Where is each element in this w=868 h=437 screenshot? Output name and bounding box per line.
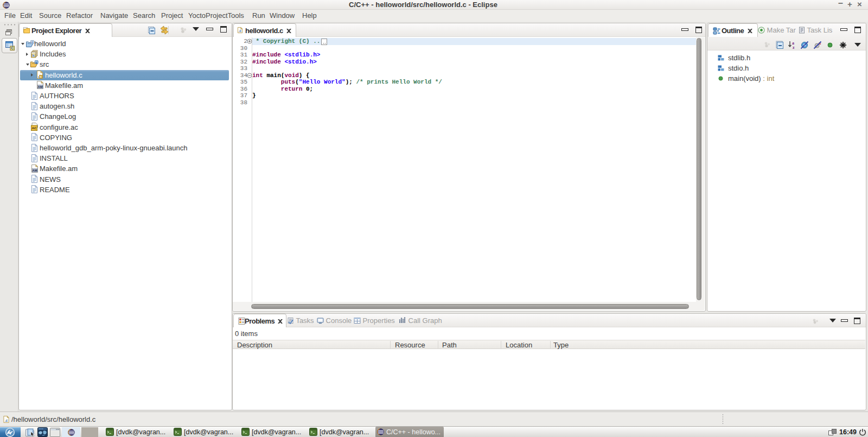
svg-text:AM: AM: [37, 85, 42, 88]
svg-text:.c: .c: [239, 29, 242, 33]
svg-text:z: z: [793, 45, 795, 49]
svg-text:.c: .c: [5, 419, 8, 422]
svg-text:AC: AC: [32, 126, 37, 130]
svg-text:C: C: [11, 46, 14, 50]
svg-text:AM: AM: [32, 169, 37, 172]
svg-text:h: h: [33, 53, 35, 57]
